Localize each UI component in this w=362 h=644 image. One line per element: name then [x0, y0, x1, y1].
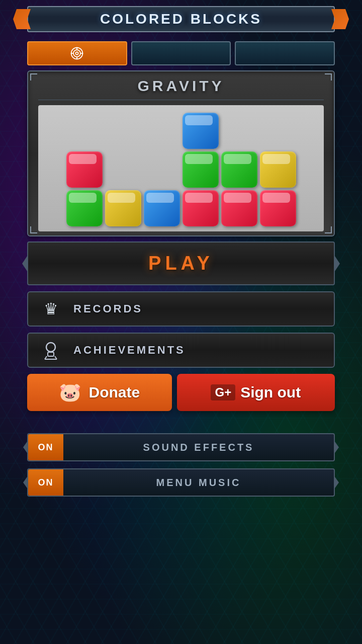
achievements-button[interactable]: ACHIEVEMENTS: [27, 333, 335, 368]
play-button[interactable]: PLAY: [30, 245, 332, 282]
corner-bl: [30, 226, 37, 233]
records-button[interactable]: ♛ RECORDS: [27, 291, 335, 327]
block-red-2: [183, 190, 219, 226]
title-chevron-left: [13, 9, 31, 29]
play-label: PLAY: [148, 253, 214, 274]
svg-rect-8: [48, 352, 54, 356]
signout-label: Sign out: [240, 384, 301, 401]
play-button-container[interactable]: PLAY: [27, 242, 335, 285]
block-blue-1: [144, 190, 180, 226]
tab-mode-3[interactable]: [235, 41, 335, 65]
records-label: RECORDS: [73, 302, 143, 315]
block-col-4: [183, 113, 219, 226]
block-col-6: [260, 151, 296, 226]
gear-icon-wrap: [38, 338, 63, 363]
achievements-label: ACHIEVEMENTS: [73, 344, 186, 357]
corner-tl: [30, 73, 37, 80]
menu-music-toggle[interactable]: ON MENU MUSIC: [27, 468, 335, 497]
mode-tabs: [27, 41, 335, 65]
music-on-label: ON: [38, 477, 54, 488]
block-green-2: [183, 151, 219, 188]
block-col-5: [221, 151, 257, 226]
achievement-icon: [40, 339, 62, 361]
block-green-3: [221, 151, 257, 188]
gplus-badge: G+: [211, 384, 235, 400]
svg-point-1: [73, 50, 80, 57]
block-yellow-2: [260, 151, 296, 188]
block-red-1: [66, 151, 103, 188]
sound-effects-on-badge[interactable]: ON: [28, 434, 63, 460]
block-yellow-1: [105, 190, 141, 226]
block-col-1: [66, 151, 103, 226]
block-red-4: [260, 190, 296, 226]
block-grid: [66, 113, 296, 226]
blocks-preview: [38, 105, 324, 231]
crown-icon-wrap: ♛: [38, 296, 63, 321]
social-row: 🐷 Donate G+ Sign out: [27, 374, 335, 411]
app-title: COLORED BLOCKS: [48, 11, 314, 27]
donate-button[interactable]: 🐷 Donate: [27, 374, 172, 411]
title-bar: COLORED BLOCKS: [10, 6, 352, 32]
title-chevron-right: [331, 9, 349, 29]
game-panel: GRAVITY: [27, 70, 335, 236]
target-icon: [28, 42, 126, 64]
sound-effects-toggle[interactable]: ON SOUND EFFECTS: [27, 433, 335, 461]
block-col-2: [105, 190, 141, 226]
pig-icon: 🐷: [59, 382, 81, 403]
block-blue-2: [183, 113, 219, 149]
corner-tr: [325, 73, 332, 80]
signout-button[interactable]: G+ Sign out: [177, 374, 335, 411]
corner-br: [325, 226, 332, 233]
svg-point-2: [76, 52, 78, 54]
tab-mode-1[interactable]: [27, 41, 127, 65]
tab-mode-2[interactable]: [131, 41, 231, 65]
block-col-3: [144, 190, 180, 226]
sound-effects-label: SOUND EFFECTS: [63, 442, 334, 453]
crown-icon: ♛: [44, 299, 58, 318]
svg-point-7: [46, 343, 55, 352]
game-mode-label: GRAVITY: [38, 77, 324, 100]
menu-music-label: MENU MUSIC: [63, 477, 334, 489]
menu-music-on-badge[interactable]: ON: [28, 469, 63, 496]
block-red-3: [221, 190, 257, 226]
donate-label: Donate: [88, 384, 140, 401]
block-green-1: [66, 190, 103, 226]
sound-on-label: ON: [38, 442, 54, 453]
